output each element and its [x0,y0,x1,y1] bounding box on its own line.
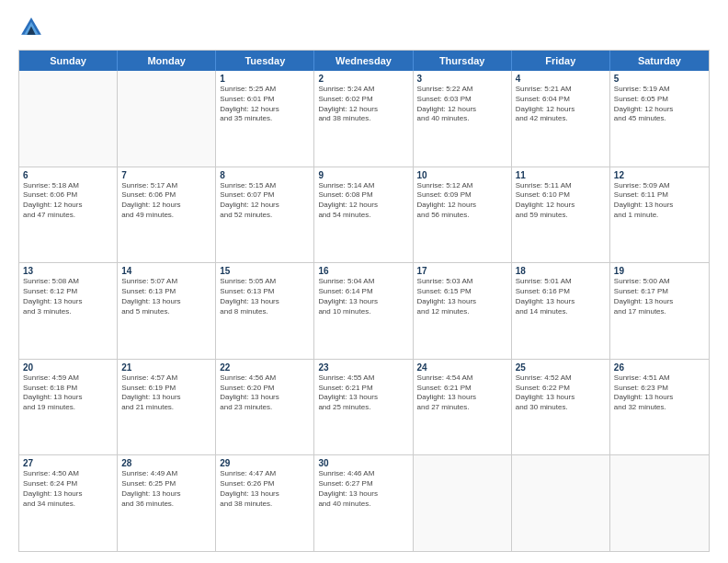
day-number: 1 [220,74,310,84]
calendar-cell: 16Sunrise: 5:04 AM Sunset: 6:14 PM Dayli… [314,263,413,359]
day-number: 9 [318,170,408,180]
calendar-cell: 30Sunrise: 4:46 AM Sunset: 6:27 PM Dayli… [314,455,413,551]
day-number: 14 [121,266,211,276]
weekday-header: Tuesday [216,51,314,71]
day-number: 24 [417,362,507,373]
cell-info: Sunrise: 4:46 AM Sunset: 6:27 PM Dayligh… [318,469,408,509]
day-number: 17 [417,266,507,276]
calendar-cell: 2Sunrise: 5:24 AM Sunset: 6:02 PM Daylig… [314,71,413,167]
cell-info: Sunrise: 5:09 AM Sunset: 6:11 PM Dayligh… [614,181,705,221]
calendar-cell: 7Sunrise: 5:17 AM Sunset: 6:06 PM Daylig… [118,167,216,263]
calendar-cell: 14Sunrise: 5:07 AM Sunset: 6:13 PM Dayli… [118,263,216,359]
day-number: 18 [516,266,606,276]
calendar-cell: 20Sunrise: 4:59 AM Sunset: 6:18 PM Dayli… [19,360,118,455]
day-number: 16 [318,266,408,276]
cell-info: Sunrise: 4:59 AM Sunset: 6:18 PM Dayligh… [23,373,113,413]
cell-info: Sunrise: 5:07 AM Sunset: 6:13 PM Dayligh… [121,277,211,316]
calendar-cell: 28Sunrise: 4:49 AM Sunset: 6:25 PM Dayli… [118,455,216,551]
calendar-cell: 4Sunrise: 5:21 AM Sunset: 6:04 PM Daylig… [512,71,610,167]
cell-info: Sunrise: 5:08 AM Sunset: 6:12 PM Dayligh… [23,277,113,316]
day-number: 21 [121,362,211,373]
weekday-header: Monday [118,51,216,71]
weekday-header: Thursday [414,51,512,71]
cell-info: Sunrise: 5:24 AM Sunset: 6:02 PM Dayligh… [318,85,408,124]
calendar-cell: 3Sunrise: 5:22 AM Sunset: 6:03 PM Daylig… [414,71,512,167]
weekday-header: Saturday [610,51,709,71]
day-number: 13 [23,266,113,276]
cell-info: Sunrise: 5:22 AM Sunset: 6:03 PM Dayligh… [417,85,507,124]
cell-info: Sunrise: 5:15 AM Sunset: 6:07 PM Dayligh… [220,181,310,221]
calendar-cell: 5Sunrise: 5:19 AM Sunset: 6:05 PM Daylig… [610,71,709,167]
calendar-cell: 13Sunrise: 5:08 AM Sunset: 6:12 PM Dayli… [19,263,118,359]
day-number: 2 [318,74,408,84]
weekday-header: Friday [512,51,610,71]
cell-info: Sunrise: 4:47 AM Sunset: 6:26 PM Dayligh… [220,469,310,509]
day-number: 10 [417,170,507,180]
calendar-cell: 26Sunrise: 4:51 AM Sunset: 6:23 PM Dayli… [610,360,709,455]
header [18,15,710,40]
day-number: 5 [614,74,705,84]
cell-info: Sunrise: 5:01 AM Sunset: 6:16 PM Dayligh… [516,277,606,316]
calendar-row: 1Sunrise: 5:25 AM Sunset: 6:01 PM Daylig… [19,71,709,167]
cell-info: Sunrise: 5:18 AM Sunset: 6:06 PM Dayligh… [23,181,113,221]
calendar-cell [610,455,709,551]
day-number: 8 [220,170,310,180]
calendar-header: SundayMondayTuesdayWednesdayThursdayFrid… [19,51,709,71]
day-number: 4 [516,74,606,84]
calendar-cell: 1Sunrise: 5:25 AM Sunset: 6:01 PM Daylig… [216,71,314,167]
calendar-cell: 6Sunrise: 5:18 AM Sunset: 6:06 PM Daylig… [19,167,118,263]
cell-info: Sunrise: 5:03 AM Sunset: 6:15 PM Dayligh… [417,277,507,316]
logo-icon [18,15,44,40]
cell-info: Sunrise: 5:11 AM Sunset: 6:10 PM Dayligh… [516,181,606,221]
calendar-cell: 23Sunrise: 4:55 AM Sunset: 6:21 PM Dayli… [314,360,413,455]
cell-info: Sunrise: 4:49 AM Sunset: 6:25 PM Dayligh… [121,469,211,509]
day-number: 23 [318,362,408,373]
cell-info: Sunrise: 4:51 AM Sunset: 6:23 PM Dayligh… [614,373,705,413]
calendar-cell: 21Sunrise: 4:57 AM Sunset: 6:19 PM Dayli… [118,360,216,455]
day-number: 20 [23,362,113,373]
calendar-cell: 19Sunrise: 5:00 AM Sunset: 6:17 PM Dayli… [610,263,709,359]
calendar-cell: 29Sunrise: 4:47 AM Sunset: 6:26 PM Dayli… [216,455,314,551]
cell-info: Sunrise: 5:12 AM Sunset: 6:09 PM Dayligh… [417,181,507,221]
day-number: 6 [23,170,113,180]
day-number: 30 [318,458,408,468]
calendar-cell: 9Sunrise: 5:14 AM Sunset: 6:08 PM Daylig… [314,167,413,263]
calendar-row: 27Sunrise: 4:50 AM Sunset: 6:24 PM Dayli… [19,455,709,551]
calendar-row: 13Sunrise: 5:08 AM Sunset: 6:12 PM Dayli… [19,263,709,360]
cell-info: Sunrise: 5:17 AM Sunset: 6:06 PM Dayligh… [121,181,211,221]
calendar-cell: 18Sunrise: 5:01 AM Sunset: 6:16 PM Dayli… [512,263,610,359]
cell-info: Sunrise: 5:14 AM Sunset: 6:08 PM Dayligh… [318,181,408,221]
weekday-header: Wednesday [314,51,413,71]
cell-info: Sunrise: 5:25 AM Sunset: 6:01 PM Dayligh… [220,85,310,124]
cell-info: Sunrise: 5:04 AM Sunset: 6:14 PM Dayligh… [318,277,408,316]
calendar-cell: 27Sunrise: 4:50 AM Sunset: 6:24 PM Dayli… [19,455,118,551]
calendar-cell: 22Sunrise: 4:56 AM Sunset: 6:20 PM Dayli… [216,360,314,455]
calendar-cell [414,455,512,551]
calendar-cell: 15Sunrise: 5:05 AM Sunset: 6:13 PM Dayli… [216,263,314,359]
calendar-cell [512,455,610,551]
calendar-cell: 12Sunrise: 5:09 AM Sunset: 6:11 PM Dayli… [610,167,709,263]
calendar-row: 20Sunrise: 4:59 AM Sunset: 6:18 PM Dayli… [19,360,709,456]
cell-info: Sunrise: 4:54 AM Sunset: 6:21 PM Dayligh… [417,373,507,413]
cell-info: Sunrise: 4:50 AM Sunset: 6:24 PM Dayligh… [23,469,113,509]
day-number: 29 [220,458,310,468]
day-number: 15 [220,266,310,276]
cell-info: Sunrise: 4:57 AM Sunset: 6:19 PM Dayligh… [121,373,211,413]
calendar-cell [118,71,216,167]
weekday-header: Sunday [19,51,118,71]
day-number: 22 [220,362,310,373]
calendar-cell [19,71,118,167]
cell-info: Sunrise: 4:52 AM Sunset: 6:22 PM Dayligh… [516,373,606,413]
day-number: 25 [516,362,606,373]
calendar-cell: 25Sunrise: 4:52 AM Sunset: 6:22 PM Dayli… [512,360,610,455]
calendar-row: 6Sunrise: 5:18 AM Sunset: 6:06 PM Daylig… [19,167,709,264]
day-number: 19 [614,266,705,276]
day-number: 27 [23,458,113,468]
calendar-cell: 10Sunrise: 5:12 AM Sunset: 6:09 PM Dayli… [414,167,512,263]
page: SundayMondayTuesdayWednesdayThursdayFrid… [0,0,728,563]
day-number: 28 [121,458,211,468]
logo [18,15,48,40]
cell-info: Sunrise: 5:05 AM Sunset: 6:13 PM Dayligh… [220,277,310,316]
calendar-cell: 11Sunrise: 5:11 AM Sunset: 6:10 PM Dayli… [512,167,610,263]
calendar-cell: 8Sunrise: 5:15 AM Sunset: 6:07 PM Daylig… [216,167,314,263]
